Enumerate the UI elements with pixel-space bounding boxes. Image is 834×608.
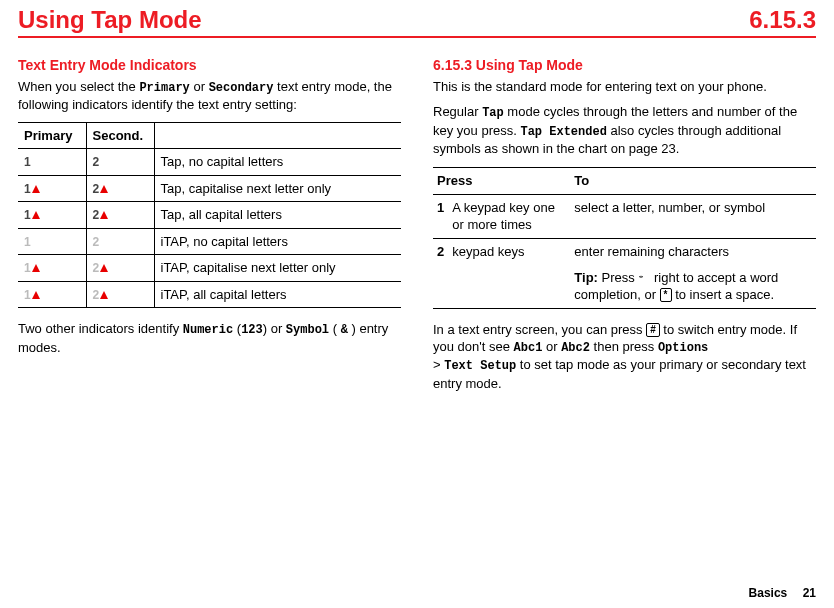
itap-1-icon: 1	[24, 235, 42, 249]
numeric-icon: 123	[241, 323, 263, 337]
table-row: Tip: Press right to accept a word comple…	[433, 265, 816, 309]
primary-label: Primary	[139, 81, 189, 95]
left-column: Text Entry Mode Indicators When you sele…	[18, 56, 401, 400]
press-table: Press To 1 A keypad key one or more time…	[433, 167, 816, 308]
p3-text: In a text entry screen, you can press	[433, 322, 646, 337]
post-text: (	[233, 321, 241, 336]
itap-1-all-caps-icon: 1	[24, 288, 42, 302]
right-subhead: 6.15.3 Using Tap Mode	[433, 56, 816, 75]
page-header: Using Tap Mode 6.15.3	[18, 6, 816, 38]
table-row: 1 2 Tap, capitalise next letter only	[18, 175, 401, 202]
col-primary: Primary	[18, 122, 86, 149]
tap-1-icon: 1	[24, 155, 42, 169]
tap-2-icon: 2	[93, 155, 111, 169]
abc1-label: Abc1	[514, 341, 543, 355]
indicators-table: Primary Second. 1 2 Tap, no capital lett…	[18, 122, 401, 309]
to-cell: select a letter, number, or symbol	[570, 194, 816, 238]
hash-key-icon: #	[646, 323, 660, 337]
step-num: 1	[433, 194, 448, 238]
star-key-icon: *	[660, 288, 672, 302]
to-cell: enter remaining characters	[570, 239, 816, 265]
table-row: 2 keypad keys enter remaining characters	[433, 239, 816, 265]
right-p3: In a text entry screen, you can press # …	[433, 321, 816, 392]
desc-cell: iTAP, no capital letters	[154, 228, 401, 255]
left-post: Two other indicators identify Numeric (1…	[18, 320, 401, 356]
step-num: 2	[433, 239, 448, 265]
options-label: Options	[658, 341, 708, 355]
tap-2-cap-next-icon: 2	[93, 182, 111, 196]
left-intro: When you select the Primary or Secondary…	[18, 78, 401, 114]
symbol-label: Symbol	[286, 323, 329, 337]
p2-text: Regular	[433, 104, 482, 119]
p3-text: >	[433, 357, 444, 372]
tap-1-all-caps-icon: 1	[24, 208, 42, 222]
footer-page-number: 21	[803, 586, 816, 600]
tip-cell: Tip: Press right to accept a word comple…	[570, 265, 816, 309]
symbol-icon: &	[341, 323, 348, 337]
table-header-row: Primary Second.	[18, 122, 401, 149]
p3-text: then press	[590, 339, 658, 354]
abc2-label: Abc2	[561, 341, 590, 355]
col-to: To	[570, 168, 816, 195]
table-row: 1 2 iTAP, no capital letters	[18, 228, 401, 255]
itap-2-all-caps-icon: 2	[93, 288, 111, 302]
numeric-label: Numeric	[183, 323, 233, 337]
tap-1-cap-next-icon: 1	[24, 182, 42, 196]
col-second: Second.	[86, 122, 154, 149]
desc-cell: Tap, all capital letters	[154, 202, 401, 229]
col-desc	[154, 122, 401, 149]
secondary-label: Secondary	[209, 81, 274, 95]
col-press: Press	[433, 168, 570, 195]
right-p2: Regular Tap mode cycles through the lett…	[433, 103, 816, 157]
tip-label: Tip:	[574, 270, 598, 285]
press-cell: keypad keys	[448, 239, 570, 265]
tip-text: to insert a space.	[672, 287, 775, 302]
table-row: 1 A keypad key one or more times select …	[433, 194, 816, 238]
table-row: 1 2 Tap, no capital letters	[18, 149, 401, 176]
itap-2-cap-next-icon: 2	[93, 261, 111, 275]
desc-cell: Tap, capitalise next letter only	[154, 175, 401, 202]
press-cell: A keypad key one or more times	[448, 194, 570, 238]
itap-1-cap-next-icon: 1	[24, 261, 42, 275]
left-subhead: Text Entry Mode Indicators	[18, 56, 401, 75]
table-row: 1 2 Tap, all capital letters	[18, 202, 401, 229]
desc-cell: Tap, no capital letters	[154, 149, 401, 176]
table-header-row: Press To	[433, 168, 816, 195]
post-text: (	[329, 321, 341, 336]
page-title: Using Tap Mode	[18, 6, 202, 34]
p3-text: or	[542, 339, 561, 354]
table-row: 1 2 iTAP, all capital letters	[18, 281, 401, 308]
footer-section: Basics	[749, 586, 788, 600]
text-setup-label: Text Setup	[444, 359, 516, 373]
right-column: 6.15.3 Using Tap Mode This is the standa…	[433, 56, 816, 400]
tap-label: Tap	[482, 106, 504, 120]
tip-text: Press	[598, 270, 638, 285]
section-number: 6.15.3	[749, 6, 816, 34]
tap-2-all-caps-icon: 2	[93, 208, 111, 222]
intro-text: When you select the	[18, 79, 139, 94]
desc-cell: iTAP, all capital letters	[154, 281, 401, 308]
nav-key-icon	[638, 273, 650, 281]
tap-extended-label: Tap Extended	[520, 125, 606, 139]
post-text: Two other indicators identify	[18, 321, 183, 336]
itap-2-icon: 2	[93, 235, 111, 249]
right-p1: This is the standard mode for entering t…	[433, 78, 816, 96]
desc-cell: iTAP, capitalise next letter only	[154, 255, 401, 282]
page-footer: Basics 21	[749, 586, 816, 600]
post-text: ) or	[263, 321, 286, 336]
table-row: 1 2 iTAP, capitalise next letter only	[18, 255, 401, 282]
intro-text: or	[190, 79, 209, 94]
